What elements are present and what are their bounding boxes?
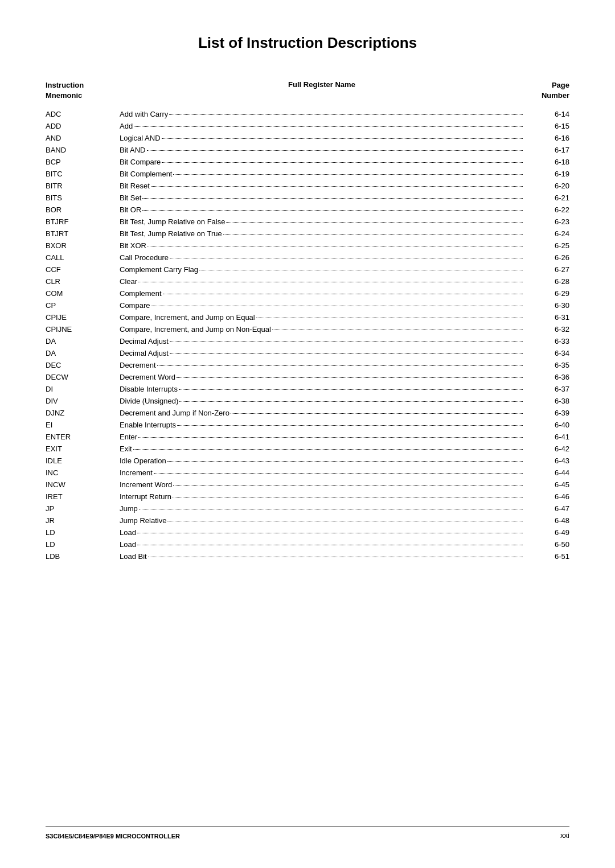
dotted-line bbox=[199, 270, 523, 270]
name-cell: Compare, Increment, and Jump on Non-Equa… bbox=[120, 325, 524, 334]
dotted-line bbox=[173, 174, 523, 175]
table-row: ANDLogical AND6-16 bbox=[46, 134, 569, 144]
mnemonic-cell: BCP bbox=[46, 158, 120, 166]
name-cell: Load bbox=[120, 528, 524, 537]
name-cell: Increment bbox=[120, 468, 524, 477]
instruction-name: Decrement and Jump if Non-Zero bbox=[120, 409, 229, 417]
footer-label: S3C84E5/C84E9/P84E9 MICROCONTROLLER bbox=[46, 833, 180, 840]
page-cell: 6-36 bbox=[524, 373, 569, 381]
page-cell: 6-27 bbox=[524, 265, 569, 274]
name-cell: Exit bbox=[120, 445, 524, 453]
dotted-line bbox=[163, 294, 523, 294]
dotted-line bbox=[134, 126, 523, 127]
instruction-name: Bit XOR bbox=[120, 241, 146, 250]
name-cell: Divide (Unsigned) bbox=[120, 397, 524, 405]
mnemonic-cell: ADC bbox=[46, 110, 120, 118]
page-cell: 6-33 bbox=[524, 337, 569, 345]
table-row: CLRClear6-28 bbox=[46, 277, 569, 287]
instruction-name: Clear bbox=[120, 277, 137, 286]
table-row: LDLoad6-49 bbox=[46, 528, 569, 538]
page-cell: 6-21 bbox=[524, 194, 569, 202]
table-row: ENTEREnter6-41 bbox=[46, 433, 569, 443]
name-cell: Bit OR bbox=[120, 205, 524, 214]
name-cell: Complement bbox=[120, 289, 524, 298]
instruction-name: Bit Test, Jump Relative on False bbox=[120, 217, 225, 226]
mnemonic-cell: BTJRT bbox=[46, 229, 120, 238]
dotted-line bbox=[170, 353, 523, 354]
table-row: BCPBit Compare6-18 bbox=[46, 158, 569, 168]
mnemonic-cell: INCW bbox=[46, 480, 120, 489]
header-fullname: Full Register Name bbox=[120, 80, 524, 101]
page-cell: 6-39 bbox=[524, 409, 569, 417]
mnemonic-cell: CPIJE bbox=[46, 313, 120, 322]
page-cell: 6-51 bbox=[524, 552, 569, 561]
page-cell: 6-18 bbox=[524, 158, 569, 166]
instruction-name: Increment Word bbox=[120, 480, 172, 489]
mnemonic-cell: DI bbox=[46, 385, 120, 393]
page-cell: 6-15 bbox=[524, 122, 569, 130]
mnemonic-cell: BOR bbox=[46, 205, 120, 214]
page-cell: 6-16 bbox=[524, 134, 569, 142]
dotted-line bbox=[147, 246, 523, 246]
table-row: CPCompare6-30 bbox=[46, 301, 569, 311]
name-cell: Decimal Adjust bbox=[120, 337, 524, 345]
page-cell: 6-28 bbox=[524, 277, 569, 286]
mnemonic-cell: ENTER bbox=[46, 433, 120, 441]
page-cell: 6-40 bbox=[524, 421, 569, 429]
table-row: CCFComplement Carry Flag6-27 bbox=[46, 265, 569, 275]
page-cell: 6-14 bbox=[524, 110, 569, 118]
mnemonic-cell: COM bbox=[46, 289, 120, 298]
mnemonic-cell: CPIJNE bbox=[46, 325, 120, 334]
mnemonic-cell: DA bbox=[46, 337, 120, 345]
table-row: DIDisable Interrupts6-37 bbox=[46, 385, 569, 395]
dotted-line bbox=[223, 234, 523, 235]
dotted-line bbox=[256, 318, 523, 318]
dotted-line bbox=[138, 437, 523, 438]
mnemonic-cell: DECW bbox=[46, 373, 120, 381]
mnemonic-cell: DEC bbox=[46, 361, 120, 369]
instruction-name: Complement bbox=[120, 289, 162, 298]
dotted-line bbox=[139, 509, 523, 509]
dotted-line bbox=[179, 389, 523, 390]
instruction-name: Enable Interrupts bbox=[120, 421, 176, 429]
table-row: JPJump6-47 bbox=[46, 504, 569, 515]
mnemonic-cell: CCF bbox=[46, 265, 120, 274]
name-cell: Increment Word bbox=[120, 480, 524, 489]
page-cell: 6-43 bbox=[524, 456, 569, 465]
dotted-line bbox=[169, 114, 523, 115]
dotted-line bbox=[142, 210, 523, 211]
instruction-name: Compare, Increment, and Jump on Non-Equa… bbox=[120, 325, 271, 334]
dotted-line bbox=[170, 258, 523, 258]
dotted-line bbox=[162, 162, 523, 163]
mnemonic-cell: LDB bbox=[46, 552, 120, 561]
page-cell: 6-30 bbox=[524, 301, 569, 310]
name-cell: Interrupt Return bbox=[120, 492, 524, 501]
table-row: CALLCall Procedure6-26 bbox=[46, 253, 569, 264]
table-row: LDLoad6-50 bbox=[46, 540, 569, 550]
page-cell: 6-31 bbox=[524, 313, 569, 322]
instruction-name: Logical AND bbox=[120, 134, 161, 142]
dotted-line bbox=[167, 461, 523, 462]
instruction-name: Load Bit bbox=[120, 552, 147, 561]
mnemonic-cell: LD bbox=[46, 540, 120, 549]
dotted-line bbox=[173, 497, 523, 497]
page-cell: 6-42 bbox=[524, 445, 569, 453]
instruction-name: Jump Relative bbox=[120, 516, 166, 525]
mnemonic-cell: CP bbox=[46, 301, 120, 310]
footer: S3C84E5/C84E9/P84E9 MICROCONTROLLER xxi bbox=[46, 826, 569, 840]
mnemonic-cell: DA bbox=[46, 349, 120, 357]
name-cell: Bit XOR bbox=[120, 241, 524, 250]
mnemonic-cell: JR bbox=[46, 516, 120, 525]
page-cell: 6-26 bbox=[524, 253, 569, 262]
table-row: BITCBit Complement6-19 bbox=[46, 170, 569, 180]
table-row: ADDAdd6-15 bbox=[46, 122, 569, 132]
dotted-line bbox=[162, 138, 523, 139]
mnemonic-cell: BITR bbox=[46, 182, 120, 190]
name-cell: Bit Compare bbox=[120, 158, 524, 166]
page-cell: 6-24 bbox=[524, 229, 569, 238]
page-cell: 6-20 bbox=[524, 182, 569, 190]
page-cell: 6-29 bbox=[524, 289, 569, 298]
dotted-line bbox=[177, 377, 523, 378]
table-row: DADecimal Adjust6-33 bbox=[46, 337, 569, 347]
dotted-line bbox=[133, 449, 523, 450]
